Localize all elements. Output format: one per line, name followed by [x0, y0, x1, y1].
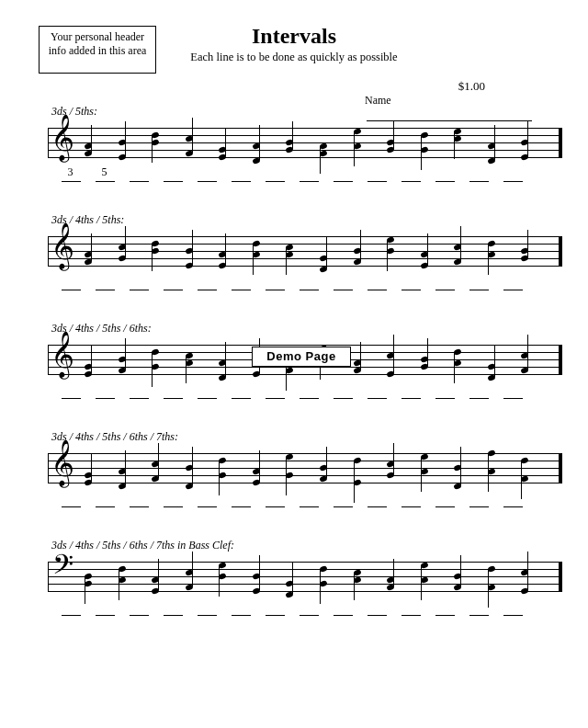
note-dyad — [215, 337, 235, 380]
answer-blank[interactable] — [328, 384, 362, 399]
answer-text: 3 — [53, 165, 87, 179]
answer-blank[interactable] — [396, 493, 430, 507]
answer-blank[interactable] — [192, 167, 226, 182]
answer-blank[interactable] — [294, 384, 328, 399]
answer-blank[interactable] — [430, 493, 464, 507]
answer-blank[interactable] — [430, 276, 464, 290]
answer-blank[interactable] — [464, 167, 498, 182]
answer-blank[interactable] — [260, 384, 294, 399]
note-dyad — [249, 554, 269, 597]
treble-clef-icon: 𝄞 — [51, 117, 74, 159]
exercise-row: 3ds / 5ths:𝄞35 — [28, 105, 560, 182]
answer-blank[interactable] — [498, 276, 532, 290]
note-dyad — [484, 120, 504, 163]
answer-blank[interactable] — [124, 276, 158, 290]
answer-blank[interactable] — [362, 493, 396, 507]
answer-blank[interactable] — [158, 276, 192, 290]
note-dyad — [350, 337, 370, 380]
answer-blank[interactable] — [396, 384, 430, 399]
answer-blank[interactable] — [192, 276, 226, 290]
answer-blank[interactable] — [362, 384, 396, 399]
note-dyad — [383, 337, 403, 380]
note-dyad — [81, 446, 101, 488]
note-dyad — [316, 120, 336, 163]
note-dyad — [316, 229, 336, 271]
note-dyad — [148, 337, 168, 380]
answer-blank[interactable] — [464, 601, 498, 616]
answer-blank[interactable] — [328, 276, 362, 290]
answer-blank[interactable] — [260, 493, 294, 507]
answer-blank[interactable] — [396, 167, 430, 182]
answer-blank[interactable] — [328, 493, 362, 507]
answer-blank[interactable] — [56, 384, 90, 399]
answer-blank[interactable] — [56, 601, 90, 616]
answer-blank[interactable] — [498, 167, 532, 182]
answer-blank[interactable] — [396, 601, 430, 616]
note-dyad — [249, 446, 269, 488]
note-dyad — [282, 229, 302, 271]
answer-blank[interactable] — [124, 493, 158, 507]
answer-blank[interactable] — [294, 493, 328, 507]
answer-blank[interactable] — [124, 601, 158, 616]
answer-blank[interactable] — [294, 167, 328, 182]
answer-blank[interactable] — [430, 601, 464, 616]
note-dyad — [249, 229, 269, 271]
answer-blank[interactable] — [430, 384, 464, 399]
answer-blank[interactable]: 3 — [56, 167, 90, 182]
treble-clef-icon: 𝄞 — [51, 334, 74, 376]
answer-blank[interactable] — [226, 276, 260, 290]
note-dyad — [517, 120, 537, 163]
answer-blank[interactable] — [226, 384, 260, 399]
note-dyad — [450, 337, 470, 380]
answer-blank[interactable] — [362, 276, 396, 290]
answer-blank[interactable] — [294, 276, 328, 290]
staff-bass: 𝄢 — [48, 554, 562, 597]
answer-blank[interactable] — [192, 384, 226, 399]
note-dyad — [316, 446, 336, 488]
answer-blank[interactable] — [498, 601, 532, 616]
answer-blank[interactable] — [328, 601, 362, 616]
answer-blank[interactable] — [192, 493, 226, 507]
note-dyad — [182, 446, 202, 488]
answer-blank[interactable] — [56, 276, 90, 290]
note-dyad — [182, 120, 202, 163]
answer-blank[interactable] — [90, 276, 124, 290]
answer-blank[interactable] — [192, 601, 226, 616]
answer-blank[interactable] — [90, 601, 124, 616]
answer-blank[interactable] — [90, 493, 124, 507]
bass-clef-icon: 𝄢 — [52, 547, 74, 589]
answer-blank[interactable] — [498, 384, 532, 399]
answer-blank[interactable] — [260, 276, 294, 290]
note-dyad — [517, 229, 537, 271]
answer-blank[interactable] — [260, 167, 294, 182]
answer-blank[interactable] — [90, 384, 124, 399]
note-dyad — [417, 120, 437, 163]
answer-blank[interactable] — [498, 493, 532, 507]
answer-blank[interactable] — [464, 493, 498, 507]
note-dyad — [115, 446, 135, 488]
answer-blank[interactable] — [260, 601, 294, 616]
answer-blank[interactable] — [158, 493, 192, 507]
answer-blank[interactable] — [430, 167, 464, 182]
note-dyad — [350, 446, 370, 488]
answer-blank[interactable] — [464, 384, 498, 399]
answer-blank[interactable] — [362, 601, 396, 616]
answer-blank[interactable] — [396, 276, 430, 290]
answer-blank[interactable]: 5 — [90, 167, 124, 182]
answer-blank[interactable] — [226, 493, 260, 507]
answer-blank[interactable] — [56, 493, 90, 507]
answer-row: 35 — [56, 167, 560, 182]
answer-blank[interactable] — [158, 384, 192, 399]
answer-blank[interactable] — [124, 384, 158, 399]
answer-blank[interactable] — [226, 167, 260, 182]
answer-blank[interactable] — [294, 601, 328, 616]
answer-blank[interactable] — [158, 601, 192, 616]
answer-blank[interactable] — [226, 601, 260, 616]
answer-blank[interactable] — [328, 167, 362, 182]
answer-blank[interactable] — [124, 167, 158, 182]
answer-blank[interactable] — [158, 167, 192, 182]
answer-blank[interactable] — [464, 276, 498, 290]
note-dyad — [450, 446, 470, 488]
answer-row — [56, 276, 560, 290]
answer-blank[interactable] — [362, 167, 396, 182]
